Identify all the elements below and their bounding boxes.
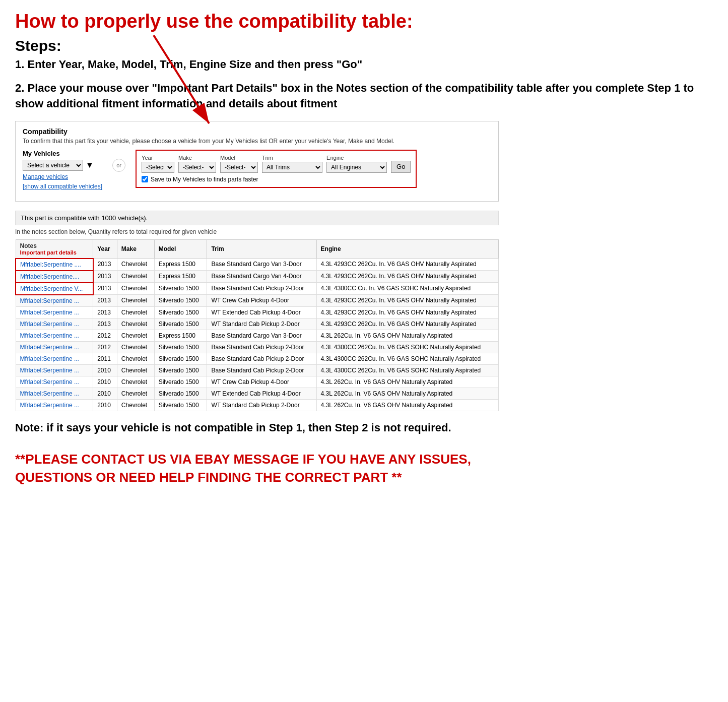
step2-text: 2. Place your mouse over "Important Part… <box>15 81 713 112</box>
engine-cell: 4.3L 4293CC 262Cu. In. V6 GAS OHV Natura… <box>316 271 498 283</box>
model-cell: Silverado 1500 <box>154 399 207 411</box>
notes-cell[interactable]: Mfrlabel:Serpentine ... <box>16 341 93 353</box>
notes-cell[interactable]: Mfrlabel:Serpentine.... <box>16 271 93 283</box>
trim-select[interactable]: All Trims <box>262 162 322 173</box>
trim-cell: Base Standard Cab Pickup 2-Door <box>207 353 316 364</box>
trim-cell: Base Standard Cargo Van 3-Door <box>207 259 316 271</box>
year-label: Year <box>142 155 174 161</box>
table-row: Mfrlabel:Serpentine ...2013ChevroletSilv… <box>16 306 499 318</box>
model-cell: Silverado 1500 <box>154 295 207 307</box>
engine-header: Engine <box>316 239 498 259</box>
make-cell: Chevrolet <box>117 399 154 411</box>
make-cell: Chevrolet <box>117 271 154 283</box>
engine-cell: 4.3L 262Cu. In. V6 GAS OHV Naturally Asp… <box>316 330 498 341</box>
notes-cell[interactable]: Mfrlabel:Serpentine .... <box>16 259 93 271</box>
compatibility-table: Notes Important part details Year Make M… <box>15 239 499 411</box>
trim-label: Trim <box>262 155 322 161</box>
trim-header: Trim <box>207 239 316 259</box>
model-cell: Silverado 1500 <box>154 306 207 318</box>
notes-cell[interactable]: Mfrlabel:Serpentine ... <box>16 295 93 307</box>
main-title: How to properly use the compatibility ta… <box>15 10 713 33</box>
trim-cell: WT Standard Cab Pickup 2-Door <box>207 318 316 330</box>
make-select[interactable]: -Select- <box>178 162 216 173</box>
arrow-indicator <box>149 30 219 131</box>
show-all-link[interactable]: [show all compatible vehicles] <box>23 183 102 190</box>
save-checkbox-label: Save to My Vehicles to finds parts faste… <box>151 176 258 183</box>
make-header: Make <box>117 239 154 259</box>
engine-cell: 4.3L 4300CC 262Cu. In. V6 GAS SOHC Natur… <box>316 353 498 364</box>
go-button[interactable]: Go <box>391 161 411 173</box>
notes-cell[interactable]: Mfrlabel:Serpentine ... <box>16 318 93 330</box>
model-select[interactable]: -Select- <box>220 162 258 173</box>
year-cell: 2010 <box>93 399 117 411</box>
table-row: Mfrlabel:Serpentine ...2011ChevroletSilv… <box>16 353 499 364</box>
year-make-engine-section: Year -Select- Make -Select- Model <box>136 150 417 188</box>
year-header: Year <box>93 239 117 259</box>
notes-cell[interactable]: Mfrlabel:Serpentine ... <box>16 399 93 411</box>
vehicle-select[interactable]: Select a vehicle <box>23 160 83 171</box>
engine-cell: 4.3L 4293CC 262Cu. In. V6 GAS OHV Natura… <box>316 306 498 318</box>
manage-vehicles-link[interactable]: Manage vehicles <box>23 173 102 180</box>
table-row: Mfrlabel:Serpentine ...2010ChevroletSilv… <box>16 399 499 411</box>
compatibility-section: Compatibility To confirm that this part … <box>15 121 499 202</box>
notes-cell[interactable]: Mfrlabel:Serpentine V... <box>16 283 93 295</box>
model-cell: Silverado 1500 <box>154 341 207 353</box>
model-cell: Express 1500 <box>154 271 207 283</box>
save-checkbox[interactable] <box>142 176 148 182</box>
model-cell: Express 1500 <box>154 259 207 271</box>
table-row: Mfrlabel:Serpentine ...2010ChevroletSilv… <box>16 364 499 376</box>
engine-cell: 4.3L 4300CC Cu. In. V6 GAS SOHC Naturall… <box>316 283 498 295</box>
quantity-note: In the notes section below, Quantity ref… <box>15 228 499 235</box>
table-row: Mfrlabel:Serpentine ...2013ChevroletSilv… <box>16 318 499 330</box>
table-row: Mfrlabel:Serpentine ...2010ChevroletSilv… <box>16 376 499 388</box>
make-cell: Chevrolet <box>117 295 154 307</box>
year-cell: 2013 <box>93 259 117 271</box>
steps-heading: Steps: <box>15 37 713 54</box>
make-cell: Chevrolet <box>117 259 154 271</box>
important-part-header: Important part details <box>20 249 89 256</box>
trim-cell: Base Standard Cab Pickup 2-Door <box>207 364 316 376</box>
engine-cell: 4.3L 4293CC 262Cu. In. V6 GAS OHV Natura… <box>316 318 498 330</box>
compat-subtitle: To confirm that this part fits your vehi… <box>23 138 491 145</box>
notes-cell[interactable]: Mfrlabel:Serpentine ... <box>16 376 93 388</box>
compat-title: Compatibility <box>23 127 491 136</box>
notes-cell[interactable]: Mfrlabel:Serpentine ... <box>16 388 93 399</box>
table-row: Mfrlabel:Serpentine ...2013ChevroletSilv… <box>16 295 499 307</box>
engine-select[interactable]: All Engines <box>326 162 387 173</box>
make-cell: Chevrolet <box>117 353 154 364</box>
engine-cell: 4.3L 4293CC 262Cu. In. V6 GAS OHV Natura… <box>316 259 498 271</box>
my-vehicles-section: My Vehicles Select a vehicle ▼ Manage ve… <box>23 150 102 190</box>
notes-cell[interactable]: Mfrlabel:Serpentine ... <box>16 353 93 364</box>
make-cell: Chevrolet <box>117 364 154 376</box>
make-cell: Chevrolet <box>117 283 154 295</box>
model-cell: Silverado 1500 <box>154 388 207 399</box>
svg-line-1 <box>154 35 209 123</box>
model-cell: Silverado 1500 <box>154 318 207 330</box>
make-cell: Chevrolet <box>117 330 154 341</box>
make-cell: Chevrolet <box>117 341 154 353</box>
trim-cell: Base Standard Cab Pickup 2-Door <box>207 341 316 353</box>
engine-cell: 4.3L 262Cu. In. V6 GAS OHV Naturally Asp… <box>316 399 498 411</box>
notes-cell[interactable]: Mfrlabel:Serpentine ... <box>16 364 93 376</box>
make-cell: Chevrolet <box>117 306 154 318</box>
note-text: Note: if it says your vehicle is not com… <box>15 420 499 436</box>
trim-cell: WT Extended Cab Pickup 4-Door <box>207 306 316 318</box>
dropdown-arrow-icon: ▼ <box>86 161 94 170</box>
engine-cell: 4.3L 262Cu. In. V6 GAS OHV Naturally Asp… <box>316 388 498 399</box>
notes-cell[interactable]: Mfrlabel:Serpentine ... <box>16 306 93 318</box>
year-cell: 2013 <box>93 306 117 318</box>
table-row: Mfrlabel:Serpentine ...2012ChevroletSilv… <box>16 341 499 353</box>
notes-cell[interactable]: Mfrlabel:Serpentine ... <box>16 330 93 341</box>
make-cell: Chevrolet <box>117 318 154 330</box>
table-row: Mfrlabel:Serpentine ...2010ChevroletSilv… <box>16 388 499 399</box>
make-cell: Chevrolet <box>117 376 154 388</box>
trim-cell: WT Crew Cab Pickup 4-Door <box>207 376 316 388</box>
year-cell: 2010 <box>93 376 117 388</box>
contact-text: **PLEASE CONTACT US VIA EBAY MESSAGE IF … <box>15 450 499 487</box>
compatible-count-bar: This part is compatible with 1000 vehicl… <box>15 211 499 225</box>
engine-cell: 4.3L 4293CC 262Cu. In. V6 GAS OHV Natura… <box>316 295 498 307</box>
year-select[interactable]: -Select- <box>142 162 174 173</box>
table-row: Mfrlabel:Serpentine....2013ChevroletExpr… <box>16 271 499 283</box>
trim-cell: Base Standard Cargo Van 3-Door <box>207 330 316 341</box>
year-cell: 2012 <box>93 341 117 353</box>
